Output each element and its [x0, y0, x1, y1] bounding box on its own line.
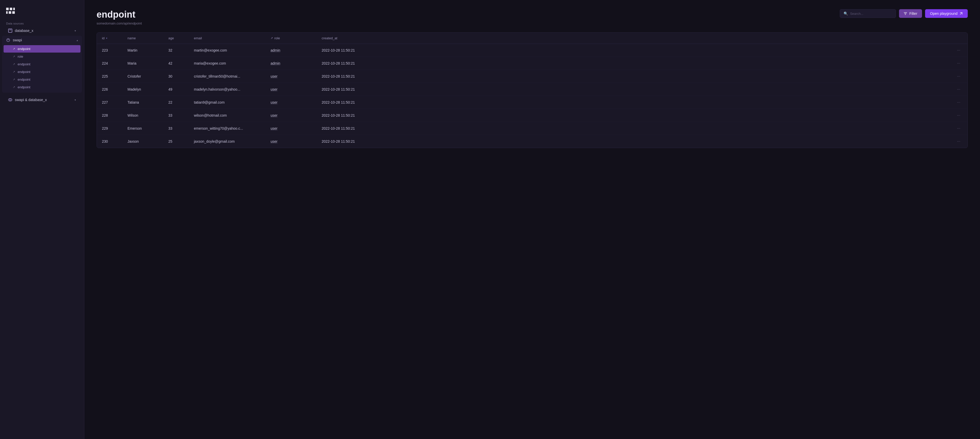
- chevron-up-icon: ▴: [76, 39, 78, 41]
- sidebar-swapi-header[interactable]: swapi ▴: [2, 36, 82, 44]
- app-logo: [0, 5, 84, 20]
- table-header-row: id ▾ name age email ↗: [97, 33, 967, 44]
- cell-age: 32: [163, 44, 189, 57]
- cell-name: Maria: [123, 57, 163, 70]
- table-row: 230 Jaxson 25 jaxson_doyle@gmail.com use…: [97, 135, 967, 148]
- table-row: 223 Martin 32 martin@exogee.com admin 20…: [97, 44, 967, 57]
- cell-id: 229: [97, 122, 123, 135]
- main-content: endpoint somedomain.com/api/endpoint 🔍 F…: [84, 0, 980, 439]
- cell-email: maria@exogee.com: [189, 57, 266, 70]
- cell-id: 224: [97, 57, 123, 70]
- search-box[interactable]: 🔍: [840, 9, 896, 18]
- cell-actions[interactable]: ···: [950, 96, 967, 109]
- database-x-label: database_x: [15, 29, 33, 33]
- cell-email: emerson_witting70@yahoo.c...: [189, 122, 266, 135]
- cell-actions[interactable]: ···: [950, 122, 967, 135]
- cell-role[interactable]: user: [266, 96, 317, 109]
- cell-actions[interactable]: ···: [950, 83, 967, 96]
- cell-id: 230: [97, 135, 123, 148]
- swapi-database-x-label: swapi & database_x: [15, 98, 47, 102]
- sidebar-item-label: endpoint: [18, 70, 30, 74]
- sidebar-item-endpoint-2[interactable]: ↗ endpoint: [3, 60, 81, 68]
- playground-label: Open playground: [930, 11, 958, 16]
- row-more-button[interactable]: ···: [955, 113, 963, 118]
- row-more-button[interactable]: ···: [955, 73, 963, 79]
- cell-name: Cristofer: [123, 70, 163, 83]
- sort-icon: ▾: [106, 37, 107, 40]
- table-body: 223 Martin 32 martin@exogee.com admin 20…: [97, 44, 967, 148]
- col-header-role: ↗ role: [266, 33, 317, 44]
- arrow-up-right-icon: ↗: [13, 70, 15, 73]
- chevron-down-icon: ▾: [75, 29, 76, 32]
- cell-age: 22: [163, 96, 189, 109]
- cell-role[interactable]: user: [266, 122, 317, 135]
- sidebar-item-endpoint-4[interactable]: ↗ endpoint: [3, 76, 81, 83]
- sidebar-item-endpoint-3[interactable]: ↗ endpoint: [3, 68, 81, 76]
- sidebar: Data sources database_x ▾ swapi ▴ ↗: [0, 0, 84, 439]
- cell-role[interactable]: admin: [266, 57, 317, 70]
- col-header-created-at: created_at: [317, 33, 950, 44]
- cell-age: 25: [163, 135, 189, 148]
- row-more-button[interactable]: ···: [955, 60, 963, 66]
- sidebar-group-header-swapi-db[interactable]: swapi & database_x ▾: [2, 96, 82, 104]
- sidebar-item-label: endpoint: [18, 62, 30, 66]
- sidebar-item-endpoint-active[interactable]: ↗ endpoint: [3, 45, 81, 52]
- search-input[interactable]: [850, 12, 892, 16]
- table-row: 229 Emerson 33 emerson_witting70@yahoo.c…: [97, 122, 967, 135]
- cell-actions[interactable]: ···: [950, 57, 967, 70]
- cell-role[interactable]: user: [266, 83, 317, 96]
- sidebar-swapi-items: ↗ endpoint ↗ role ↗ endpoint ↗ endpoint …: [2, 44, 82, 93]
- cell-email: madelyn.halvorson@yahoo...: [189, 83, 266, 96]
- row-more-button[interactable]: ···: [955, 100, 963, 105]
- arrow-up-right-icon: ↗: [13, 55, 15, 58]
- row-more-button[interactable]: ···: [955, 139, 963, 144]
- arrow-up-right-icon: ↗: [13, 63, 15, 66]
- open-playground-button[interactable]: Open playground: [925, 9, 968, 18]
- col-header-email: email: [189, 33, 266, 44]
- title-area: endpoint somedomain.com/api/endpoint: [97, 9, 142, 25]
- cell-created-at: 2022-10-28 11:50:21: [317, 44, 950, 57]
- cell-age: 49: [163, 83, 189, 96]
- table-row: 226 Madelyn 49 madelyn.halvorson@yahoo..…: [97, 83, 967, 96]
- cell-role[interactable]: user: [266, 135, 317, 148]
- cell-id: 228: [97, 109, 123, 122]
- sidebar-item-endpoint-5[interactable]: ↗ endpoint: [3, 84, 81, 91]
- cell-created-at: 2022-10-28 11:50:21: [317, 109, 950, 122]
- cell-created-at: 2022-10-28 11:50:21: [317, 122, 950, 135]
- cell-actions[interactable]: ···: [950, 109, 967, 122]
- chevron-down-icon-2: ▾: [75, 98, 76, 101]
- cell-name: Wilson: [123, 109, 163, 122]
- row-more-button[interactable]: ···: [955, 48, 963, 53]
- sidebar-item-role[interactable]: ↗ role: [3, 53, 81, 60]
- svg-point-0: [6, 38, 10, 41]
- row-more-button[interactable]: ···: [955, 87, 963, 92]
- table-head: id ▾ name age email ↗: [97, 33, 967, 44]
- page-title: endpoint: [97, 9, 142, 20]
- filter-icon: [904, 12, 907, 15]
- main-header: endpoint somedomain.com/api/endpoint 🔍 F…: [97, 9, 968, 25]
- col-header-id[interactable]: id ▾: [97, 33, 123, 44]
- cell-actions[interactable]: ···: [950, 44, 967, 57]
- cell-actions[interactable]: ···: [950, 135, 967, 148]
- cell-email: martin@exogee.com: [189, 44, 266, 57]
- filter-button[interactable]: Filter: [899, 9, 922, 18]
- table-row: 228 Wilson 33 wilson@hotmail.com user 20…: [97, 109, 967, 122]
- arrow-up-right-icon: ↗: [13, 47, 15, 51]
- data-table: id ▾ name age email ↗: [97, 33, 967, 148]
- cell-created-at: 2022-10-28 11:50:21: [317, 96, 950, 109]
- cell-created-at: 2022-10-28 11:50:21: [317, 83, 950, 96]
- table-row: 224 Maria 42 maria@exogee.com admin 2022…: [97, 57, 967, 70]
- cell-actions[interactable]: ···: [950, 70, 967, 83]
- cell-role[interactable]: user: [266, 70, 317, 83]
- sidebar-group-swapi-db: swapi & database_x ▾: [0, 96, 84, 104]
- row-more-button[interactable]: ···: [955, 125, 963, 131]
- database-icon: [8, 29, 12, 33]
- cell-role[interactable]: user: [266, 109, 317, 122]
- cell-role[interactable]: admin: [266, 44, 317, 57]
- cell-email: jaxson_doyle@gmail.com: [189, 135, 266, 148]
- swapi-icon: [6, 38, 10, 42]
- sidebar-item-label: endpoint: [18, 85, 30, 89]
- sidebar-group-header-database-x[interactable]: database_x ▾: [2, 27, 82, 35]
- cell-created-at: 2022-10-28 11:50:21: [317, 70, 950, 83]
- arrow-up-right-icon: ↗: [13, 86, 15, 89]
